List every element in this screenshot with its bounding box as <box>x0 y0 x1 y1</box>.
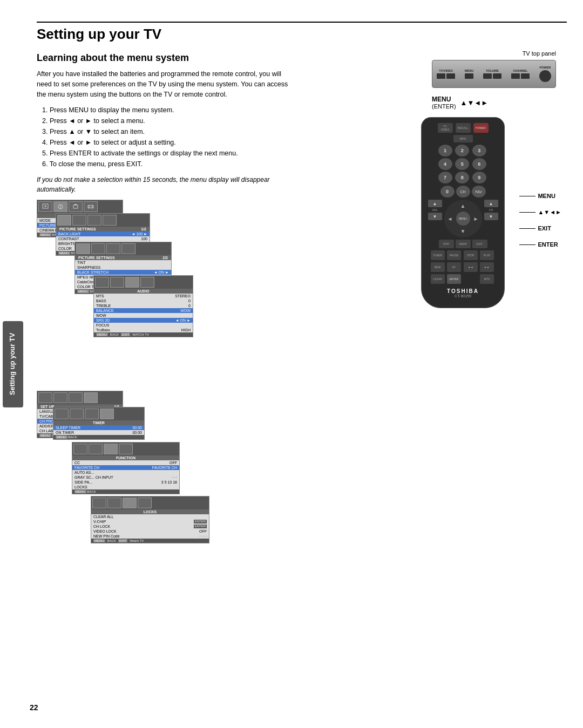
timer-tab-3 <box>85 409 99 419</box>
menu-center-btn[interactable]: MENU <box>456 212 470 226</box>
remote-wrapper: MENU ▲▼◄► EXIT ENTER <box>421 117 561 308</box>
channel-up-btn[interactable] <box>521 73 530 79</box>
enter-remote-btn[interactable]: ENTER <box>447 274 461 284</box>
remote-top-row: TVVIDEO RECALL POWER <box>438 123 489 133</box>
num-3-btn[interactable]: 3 <box>472 145 486 157</box>
italic-note: If you do not make a selection within 15… <box>37 175 301 194</box>
vol-down-remote-btn[interactable]: ▼ <box>428 213 442 220</box>
num-8-btn[interactable]: 8 <box>455 172 469 183</box>
num-2-btn[interactable]: 2 <box>455 145 469 157</box>
num-1-btn[interactable]: 1 <box>438 145 452 157</box>
pause-btn[interactable]: PAUSE <box>447 250 461 260</box>
main-content: Setting up your TV Learning about the me… <box>26 0 583 728</box>
nav-left-btn[interactable]: ◄ <box>448 216 453 222</box>
chapter-tab-text: Setting up your TV <box>9 333 18 396</box>
clear-enter-row: CLEAR ENTER MTS <box>431 274 496 284</box>
enter-annotation-line <box>519 244 535 245</box>
ff-btn[interactable]: FF <box>447 262 461 272</box>
locks-tab-4 <box>138 498 152 508</box>
rew-ff-row: REW FF ◄◄ ►► <box>431 262 496 272</box>
power-remote-btn[interactable]: POWER <box>473 123 489 133</box>
power-btn[interactable] <box>539 70 551 82</box>
enter-label: (ENTER) <box>432 103 456 110</box>
tvvideo-buttons <box>437 73 455 79</box>
play-btn[interactable]: PLAY <box>480 250 494 260</box>
annotation-arrows: ▲▼◄► <box>519 209 561 215</box>
step-3-text: 3. Press ▲ or ▼ to select an item. <box>42 128 145 135</box>
volume-up-btn[interactable] <box>493 73 501 79</box>
channel-down-btn[interactable] <box>511 73 520 79</box>
ps1-tab-4 <box>103 215 117 226</box>
menu-btn[interactable] <box>465 73 473 79</box>
ch-down-remote-btn[interactable]: ▼ <box>484 213 498 220</box>
exit-remote-btn[interactable]: EXIT <box>472 240 487 248</box>
func-title: FUNCTION <box>72 455 179 460</box>
channel-buttons <box>511 73 530 79</box>
nav-right-btn[interactable]: ► <box>473 216 479 222</box>
menu-card-timer: TIMER SLEEP TIMER00:00 ON TIMER00:00 MEN… <box>53 407 145 440</box>
media-btns-row: TUNER PAUSE STOP PLAY <box>431 250 496 260</box>
ch-skip-btn[interactable]: CH <box>456 186 470 198</box>
audio-treble: TREBLE0 <box>94 303 193 308</box>
vol-up-remote-btn[interactable]: ▲ <box>428 200 442 207</box>
locks-back-bar: MENU BACK EXIT Watch TV <box>91 539 209 543</box>
audio-bass: BASS0 <box>94 298 193 303</box>
volume-group: VOLUME <box>483 69 501 79</box>
swap-btn[interactable]: SWAP <box>456 240 471 248</box>
fav-btn[interactable]: FAV <box>472 186 486 198</box>
mts-btn[interactable]: MTS <box>480 274 494 284</box>
menu-enter-text: MENU (ENTER) <box>432 96 456 110</box>
stop-btn[interactable]: STOP <box>464 250 478 260</box>
clear-btn[interactable]: CLEAR <box>431 274 445 284</box>
step-1: 1. Press MENU to display the menu system… <box>37 105 301 115</box>
tuner-btn[interactable]: TUNER <box>431 250 445 260</box>
ch-up-remote-btn[interactable]: ▲ <box>484 200 498 207</box>
annotation-exit: EXIT <box>519 225 561 232</box>
locks-tab-3 <box>123 498 137 508</box>
locks-vchip: V-CHIP ENTER <box>91 519 209 524</box>
rew-btn[interactable]: REW <box>431 262 445 272</box>
svg-point-1 <box>44 205 46 207</box>
chapter-tab: Setting up your TV <box>3 321 23 407</box>
setup-tab-3 <box>69 392 83 403</box>
skip-fwd-btn[interactable]: ►► <box>480 262 494 272</box>
setup-tab-1 <box>38 392 52 403</box>
num-0-btn[interactable]: 0 <box>440 186 455 198</box>
ps2-title: PICTURE SETTINGS2/2 <box>75 255 171 260</box>
timer-back-label: MENU BACK <box>53 435 144 439</box>
func-locks: LOCKS <box>72 485 179 489</box>
num-4-btn[interactable]: 4 <box>438 158 452 170</box>
nav-up-btn[interactable]: ▲ <box>460 203 466 209</box>
nav-down-btn[interactable]: ▼ <box>460 228 466 234</box>
audio-trubass: TruBassHIGH <box>94 328 193 332</box>
func-tab-2 <box>89 444 103 454</box>
func-graysc: GRAY SC... CH INPUT· · · <box>72 475 179 480</box>
skip-back-btn[interactable]: ◄◄ <box>464 262 478 272</box>
tvvideo-btn-2[interactable] <box>446 73 455 79</box>
tvvideo-btn-1[interactable] <box>437 73 445 79</box>
audio-mts: MTSSTEREO <box>94 294 193 298</box>
volume-down-btn[interactable] <box>483 73 492 79</box>
menu-group: MENU <box>465 69 473 79</box>
brand-label: TOSHIBA <box>447 288 479 294</box>
num-5-btn[interactable]: 5 <box>455 158 469 170</box>
page-number: 22 <box>30 703 38 712</box>
timer-tab-4 <box>100 409 114 419</box>
num-7-btn[interactable]: 7 <box>438 172 452 183</box>
info-btn[interactable]: INFO <box>453 135 473 142</box>
ps1-contrast: CONTRAST100 <box>56 236 150 241</box>
menu-enter-label-area: MENU (ENTER) ▲▼◄► <box>432 96 567 110</box>
num-6-btn[interactable]: 6 <box>472 158 486 170</box>
locks-newpin: NEW PIN Code· · · · <box>91 534 209 539</box>
ps1-tab-1 <box>57 215 71 226</box>
remote-body: TVVIDEO RECALL POWER INFO 1 2 3 <box>421 117 505 308</box>
num-9-btn[interactable]: 9 <box>472 172 486 183</box>
audio-tab-1 <box>95 277 109 288</box>
ps2-tab-4 <box>121 243 135 254</box>
audio-tab-2 <box>110 277 124 288</box>
pop-btn[interactable]: POP <box>439 240 454 248</box>
recall-btn[interactable]: RECALL <box>456 123 471 133</box>
locks-tab-2 <box>107 498 121 508</box>
tvvideo-remote-btn[interactable]: TVVIDEO <box>438 123 453 133</box>
content-area: Learning about the menu system After you… <box>37 50 567 607</box>
